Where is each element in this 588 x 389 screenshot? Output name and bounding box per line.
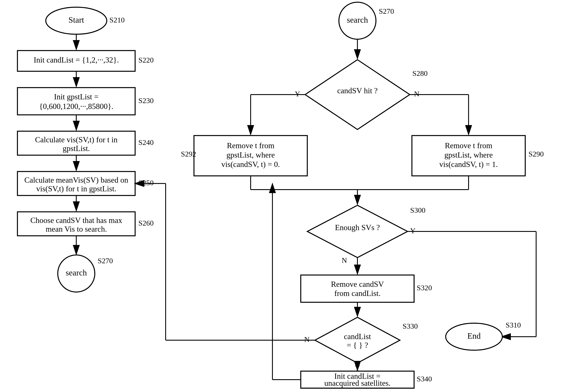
s292-text2: gpstList, where [227, 151, 275, 159]
s240-text1: Calculate vis(SV,t) for t in [35, 135, 117, 144]
s310-step: S310 [506, 321, 521, 329]
s260-text1: Choose candSV that has max [30, 216, 122, 225]
s300-n: N [342, 256, 347, 264]
s320-rect [301, 275, 414, 302]
s300-step: S300 [410, 206, 425, 214]
search1-step: S270 [98, 257, 113, 265]
s230-text2: {0,600,1200,···,85800}. [39, 102, 114, 111]
s300-text: Enough SVs ? [335, 223, 380, 232]
s330-text1: candList [344, 332, 371, 341]
s230-text1: Init gpstList = [54, 92, 98, 101]
s340-step: S340 [417, 375, 432, 383]
s290-text2: gpstList, where [444, 151, 493, 159]
s280-y: Y [295, 90, 300, 98]
s292-step: S292 [181, 150, 196, 158]
s290-text1: Remove t from [445, 141, 492, 150]
s340-text2: unacquired satellites. [324, 379, 391, 388]
s330-text2: = { } ? [347, 341, 368, 350]
s330-step: S330 [402, 322, 418, 330]
s320-text1: Remove candSV [331, 280, 384, 289]
start-text: Start [68, 15, 84, 24]
s260-step: S260 [138, 219, 154, 227]
s330-n: N [304, 335, 310, 343]
s250-text1: Calculate meanVis(SV) based on [24, 176, 128, 184]
s250-text2: vis(SV,t) for t in gpstList. [36, 184, 116, 193]
search1-text: search [65, 268, 87, 277]
end-text: End [467, 331, 481, 340]
s320-text2: from candList. [334, 289, 381, 298]
s320-step: S320 [417, 284, 432, 292]
s290-text3: vis(candSV, t) = 1. [439, 160, 498, 169]
s230-step: S230 [138, 97, 154, 105]
s260-text2: mean Vis to search. [46, 225, 107, 233]
s290-step: S290 [528, 150, 544, 158]
s240-text2: gpstList. [63, 144, 90, 153]
search2-step: S270 [379, 7, 394, 15]
s280-step: S280 [412, 69, 427, 77]
s240-step: S240 [138, 138, 154, 146]
s280-text: candSV hit ? [337, 86, 377, 95]
s280-n: N [414, 90, 420, 98]
s210-text: S210 [109, 16, 125, 24]
s300-y: Y [410, 227, 416, 235]
s292-text3: vis(candSV, t) = 0. [221, 160, 280, 169]
s220-step: S220 [138, 56, 154, 64]
s220-text: Init candList = {1,2,···,32}. [34, 56, 119, 64]
search2-text: search [347, 15, 368, 24]
s292-text1: Remove t from [227, 141, 274, 150]
s250-step: S250 [138, 179, 154, 187]
